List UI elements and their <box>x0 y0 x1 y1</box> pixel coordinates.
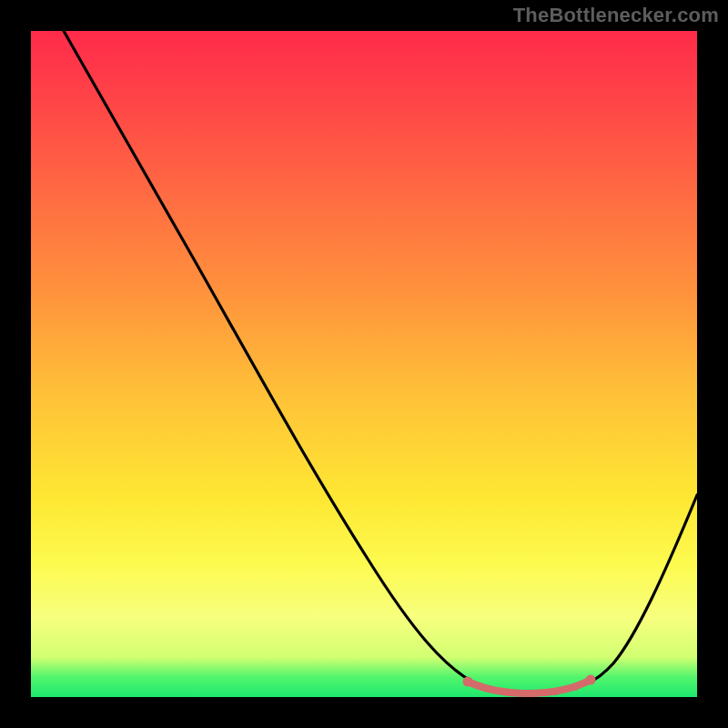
highlight-dot <box>508 689 515 696</box>
highlight-dot <box>551 688 559 695</box>
plot-area <box>31 31 697 697</box>
highlight-dot <box>484 685 491 693</box>
curve-svg <box>31 31 697 697</box>
highlight-dot <box>586 675 596 685</box>
attribution-label: TheBottlenecker.com <box>513 4 719 27</box>
main-curve <box>64 31 697 692</box>
chart-container: TheBottlenecker.com <box>0 0 728 728</box>
highlight-dot <box>571 683 579 691</box>
highlight-dot <box>463 677 473 687</box>
highlight-dot <box>530 690 537 697</box>
